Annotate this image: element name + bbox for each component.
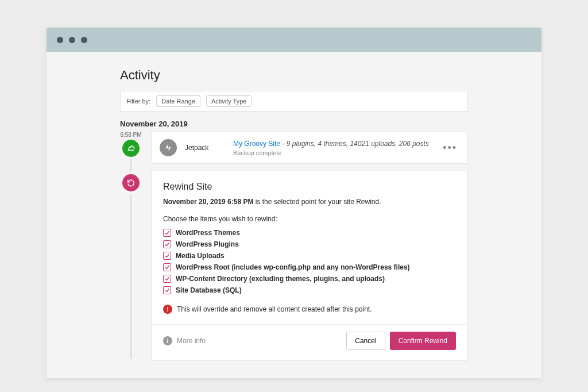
info-icon: i	[163, 336, 172, 345]
site-link[interactable]: My Groovy Site	[233, 140, 280, 148]
cards-column: Jetpack My Groovy Site - 9 plugins, 4 th…	[151, 132, 468, 361]
timeline: 6:58 PM	[120, 132, 468, 361]
filter-bar: Filter by: Date Range Activity Type	[120, 91, 468, 112]
more-menu-icon[interactable]: •••	[440, 142, 459, 154]
filter-activity-type[interactable]: Activity Type	[206, 95, 252, 107]
backup-status: Backup complete	[233, 149, 432, 156]
separator: -	[280, 140, 287, 148]
timeline-connector	[130, 194, 131, 359]
rewind-check-item: Media Uploads	[163, 252, 456, 260]
page-content: Activity Filter by: Date Range Activity …	[47, 52, 541, 378]
timeline-rail: 6:58 PM	[120, 132, 142, 361]
rewind-card: Rewind Site November 20, 2019 6:58 PM is…	[151, 171, 468, 361]
page-title: Activity	[120, 68, 468, 83]
backup-app-name: Jetpack	[185, 144, 225, 152]
backup-card: Jetpack My Groovy Site - 9 plugins, 4 th…	[151, 132, 468, 164]
rewind-check-label: WordPress Themes	[176, 229, 240, 237]
cancel-button[interactable]: Cancel	[346, 332, 385, 350]
filter-label: Filter by:	[126, 98, 150, 105]
more-info-link[interactable]: More info	[177, 337, 342, 345]
checkbox[interactable]	[163, 263, 171, 271]
checkbox[interactable]	[163, 275, 171, 283]
window-dot	[57, 37, 63, 43]
checkbox[interactable]	[163, 252, 171, 260]
rewind-timestamp: November 20, 2019 6:58 PM	[163, 198, 253, 206]
rewind-check-item: WordPress Plugins	[163, 240, 456, 248]
rewind-check-item: Site Database (SQL)	[163, 286, 456, 294]
checkbox[interactable]	[163, 240, 171, 248]
rewind-warning: ! This will override and remove all cont…	[163, 305, 456, 314]
timeline-time: 6:58 PM	[120, 132, 141, 138]
window-dot	[69, 37, 75, 43]
rewind-check-label: WordPress Plugins	[176, 240, 239, 248]
rewind-check-label: Site Database (SQL)	[176, 286, 242, 294]
rewind-title: Rewind Site	[163, 182, 456, 192]
rewind-check-item: WP-Content Directory (excluding themes, …	[163, 275, 456, 283]
window-dot	[81, 37, 87, 43]
filter-date-range[interactable]: Date Range	[156, 95, 200, 107]
timeline-connector	[130, 159, 131, 172]
rewind-check-label: WordPress Root (includes wp-config.php a…	[176, 263, 410, 271]
rewind-check-item: WordPress Root (includes wp-config.php a…	[163, 263, 456, 271]
rewind-check-item: WordPress Themes	[163, 229, 456, 237]
confirm-rewind-button[interactable]: Confirm Rewind	[390, 332, 456, 350]
rewind-checklist: WordPress ThemesWordPress PluginsMedia U…	[163, 229, 456, 294]
backup-success-icon	[122, 140, 140, 157]
rewind-selected-point: November 20, 2019 6:58 PM is the selecte…	[163, 198, 456, 206]
rewind-check-label: Media Uploads	[176, 252, 225, 260]
browser-window: Activity Filter by: Date Range Activity …	[47, 28, 541, 378]
rewind-footer: i More info Cancel Confirm Rewind	[163, 325, 456, 350]
rewind-choose-label: Choose the items you wish to rewind:	[163, 215, 456, 223]
warning-text: This will override and remove all conten…	[177, 305, 372, 313]
rewind-icon	[122, 174, 140, 191]
browser-titlebar	[47, 28, 541, 52]
warning-icon: !	[163, 305, 172, 314]
timeline-date: November 20, 2019	[120, 120, 468, 128]
checkbox[interactable]	[163, 286, 171, 294]
jetpack-icon	[160, 139, 177, 156]
backup-summary: 9 plugins, 4 themes, 14021 uploads, 206 …	[287, 140, 429, 148]
checkbox[interactable]	[163, 229, 171, 237]
rewind-check-label: WP-Content Directory (excluding themes, …	[176, 275, 385, 283]
backup-info: My Groovy Site - 9 plugins, 4 themes, 14…	[233, 140, 432, 156]
